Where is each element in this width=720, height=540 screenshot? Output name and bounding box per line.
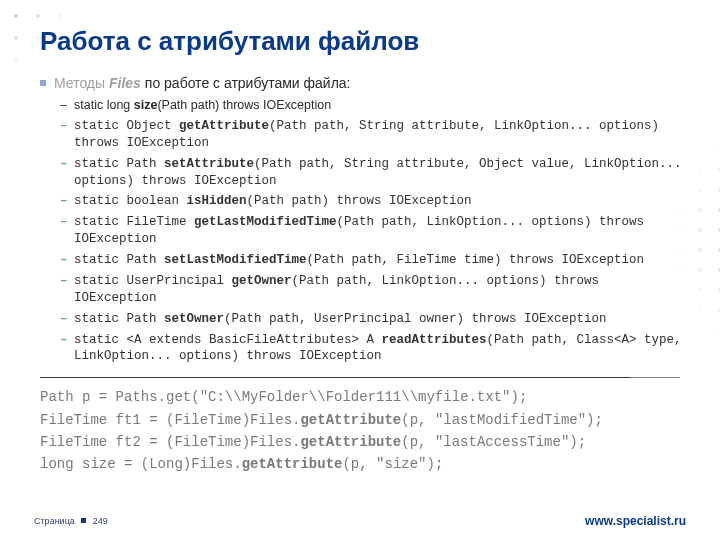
slide: Работа с атрибутами файлов Методы Files … bbox=[0, 0, 720, 540]
snippet-line: long size = (Long)Files.getAttribute(p, … bbox=[40, 453, 686, 475]
code-snippet: Path p = Paths.get("C:\\MyFolder\\Folder… bbox=[40, 386, 686, 476]
method-item: static FileTime getLastModifiedTime(Path… bbox=[60, 214, 686, 248]
method-list: static long size(Path path) throws IOExc… bbox=[60, 97, 686, 365]
method-item: static long size(Path path) throws IOExc… bbox=[60, 97, 686, 114]
method-item: static UserPrincipal getOwner(Path path,… bbox=[60, 273, 686, 307]
snippet-line: FileTime ft1 = (FileTime)Files.getAttrib… bbox=[40, 409, 686, 431]
divider bbox=[40, 377, 680, 378]
snippet-line: Path p = Paths.get("C:\\MyFolder\\Folder… bbox=[40, 386, 686, 408]
method-item: static Path setOwner(Path path, UserPrin… bbox=[60, 311, 686, 328]
method-item: static Object getAttribute(Path path, St… bbox=[60, 118, 686, 152]
footer-page: Страница 249 bbox=[34, 516, 108, 526]
page-title: Работа с атрибутами файлов bbox=[40, 26, 686, 57]
method-item: static Path setAttribute(Path path, Stri… bbox=[60, 156, 686, 190]
bullet-square-icon bbox=[81, 518, 86, 523]
method-item: static <A extends BasicFileAttributes> A… bbox=[60, 332, 686, 366]
method-item: static boolean isHidden(Path path) throw… bbox=[60, 193, 686, 210]
footer-page-label: Страница bbox=[34, 516, 75, 526]
method-item: static Path setLastModifiedTime(Path pat… bbox=[60, 252, 686, 269]
footer-url: www.specialist.ru bbox=[585, 514, 686, 528]
lead-post: по работе с атрибутами файла: bbox=[141, 75, 351, 91]
footer-page-number: 249 bbox=[93, 516, 108, 526]
snippet-line: FileTime ft2 = (FileTime)Files.getAttrib… bbox=[40, 431, 686, 453]
